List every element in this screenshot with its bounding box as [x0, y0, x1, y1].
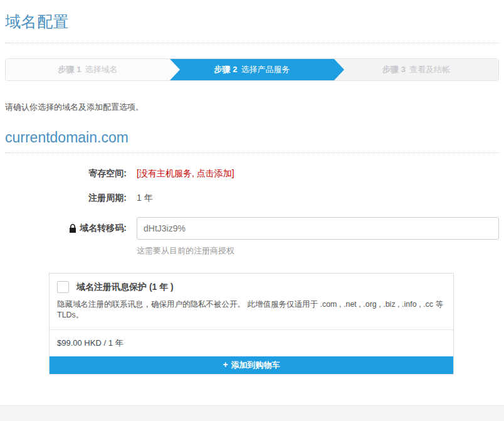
hosting-label: 寄存空间: [5, 168, 127, 179]
transfer-code-help: 这需要从目前的注册商授权 [137, 245, 499, 257]
intro-text: 请确认你选择的域名及添加配置选项。 [5, 102, 499, 113]
step-3-label: 查看及结帐 [409, 64, 450, 75]
domain-name-heading: currentdomain.com [5, 129, 499, 153]
add-to-cart-button[interactable]: +添加到购物车 [50, 356, 453, 374]
transfer-code-label: 域名转移码: [80, 223, 127, 234]
addon-title: 域名注册讯息保护 (1 年 ) [76, 282, 174, 293]
footer-action-bar: 继续 [0, 405, 504, 421]
step-2-choose-products[interactable]: 步骤 2 选择产品服务 [170, 59, 334, 80]
step-3-number: 步骤 3 [382, 64, 406, 75]
page-container: 域名配置 步骤 1 选择域名 步骤 2 选择产品服务 步骤 3 查看及结帐 请确… [0, 11, 504, 375]
step-1-number: 步骤 1 [58, 64, 81, 75]
transfer-code-help-row: 这需要从目前的注册商授权 [5, 245, 499, 257]
lock-icon [69, 224, 76, 233]
transfer-code-row: 域名转移码: [5, 217, 499, 240]
step-1-label: 选择域名 [85, 64, 117, 75]
addon-price: $99.00 HKD / 1 年 [50, 329, 453, 356]
domain-config-form: 寄存空间: [没有主机服务, 点击添加] 注册周期: 1 年 域名转移码: 这需… [5, 168, 499, 257]
hosting-value: [没有主机服务, 点击添加] [137, 168, 499, 179]
transfer-code-label-wrap: 域名转移码: [5, 223, 127, 234]
transfer-code-input[interactable] [137, 217, 499, 240]
transfer-code-field-wrap [137, 217, 499, 240]
add-hosting-link[interactable]: [没有主机服务, 点击添加] [137, 168, 234, 178]
addon-header: 域名注册讯息保护 (1 年 ) [50, 274, 453, 297]
step-progress-bar: 步骤 1 选择域名 步骤 2 选择产品服务 步骤 3 查看及结帐 [5, 58, 499, 81]
chevron-right-icon [170, 59, 180, 80]
step-2-label: 选择产品服务 [241, 64, 290, 75]
registration-period-label: 注册周期: [5, 193, 127, 204]
step-1-select-domain[interactable]: 步骤 1 选择域名 [6, 59, 170, 80]
chevron-right-icon [334, 59, 344, 80]
title-divider [5, 43, 499, 43]
addon-description: 隐藏域名注册的联系讯息，确保用户的隐私不被公开。 此增值服务仅适用于 .com … [50, 297, 453, 329]
step-2-number: 步骤 2 [214, 64, 238, 75]
page-title: 域名配置 [5, 11, 499, 32]
registration-period-value: 1 年 [137, 193, 499, 204]
id-protection-checkbox[interactable] [57, 281, 69, 293]
plus-icon: + [223, 360, 228, 370]
hosting-row: 寄存空间: [没有主机服务, 点击添加] [5, 168, 499, 179]
step-3-review-checkout[interactable]: 步骤 3 查看及结帐 [334, 59, 498, 80]
id-protection-addon-box: 域名注册讯息保护 (1 年 ) 隐藏域名注册的联系讯息，确保用户的隐私不被公开。… [49, 273, 454, 375]
registration-period-row: 注册周期: 1 年 [5, 193, 499, 204]
add-to-cart-label: 添加到购物车 [231, 360, 280, 370]
